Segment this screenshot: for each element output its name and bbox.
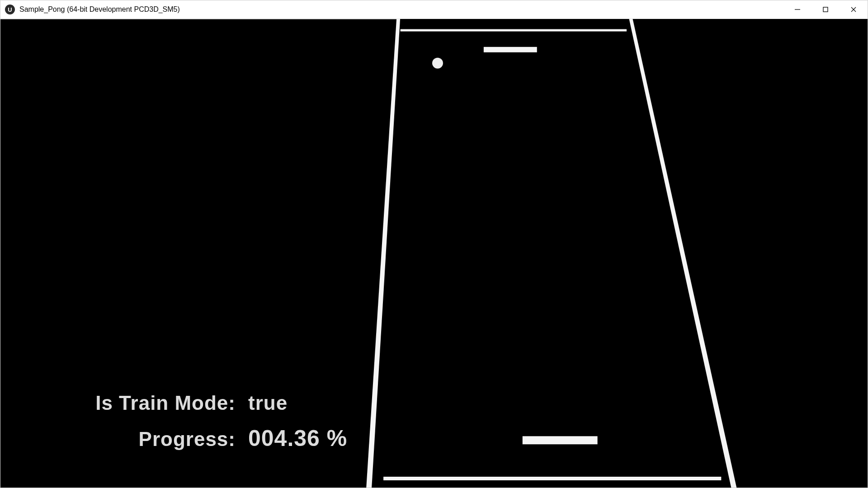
titlebar-left: U Sample_Pong (64-bit Development PCD3D_… — [0, 5, 180, 14]
hud: Is Train Mode: true Progress: 004.36 % — [86, 381, 347, 451]
maximize-button[interactable] — [811, 0, 840, 19]
court-left-wall — [366, 19, 400, 488]
ball — [432, 58, 443, 69]
top-paddle — [484, 47, 537, 52]
bottom-paddle — [523, 436, 598, 444]
titlebar[interactable]: U Sample_Pong (64-bit Development PCD3D_… — [0, 0, 868, 19]
minimize-icon — [794, 6, 801, 13]
hud-train-row: Is Train Mode: true — [86, 392, 347, 414]
window-controls — [783, 0, 868, 19]
window-title: Sample_Pong (64-bit Development PCD3D_SM… — [19, 5, 180, 14]
train-mode-label: Is Train Mode: — [86, 392, 236, 414]
close-icon — [850, 6, 857, 13]
app-icon: U — [5, 5, 15, 14]
train-mode-value: true — [248, 392, 288, 414]
hud-progress-row: Progress: 004.36 % — [86, 425, 347, 451]
progress-value: 004.36 % — [248, 425, 347, 451]
window-frame: U Sample_Pong (64-bit Development PCD3D_… — [0, 0, 868, 488]
close-button[interactable] — [840, 0, 868, 19]
minimize-button[interactable] — [783, 0, 811, 19]
court-right-wall — [629, 19, 737, 488]
progress-label: Progress: — [86, 428, 236, 450]
svg-rect-1 — [823, 7, 828, 12]
maximize-icon — [822, 6, 829, 13]
game-viewport[interactable]: Is Train Mode: true Progress: 004.36 % — [0, 19, 868, 488]
